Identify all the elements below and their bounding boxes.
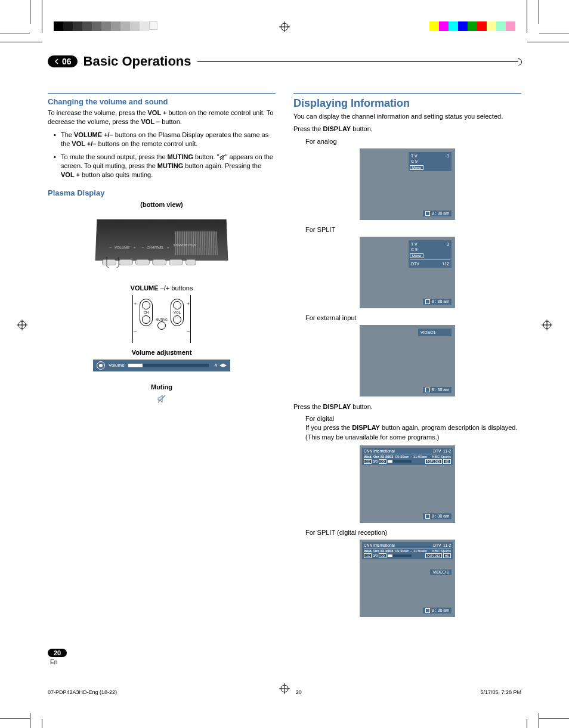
- press-display-2: Press the DISPLAY button.: [293, 402, 521, 411]
- for-analog-label: For analog: [305, 138, 521, 145]
- volume-value: 4: [215, 363, 217, 368]
- volume-buttons-caption: VOLUME –/+ buttons: [90, 284, 233, 292]
- heading-plasma-display: Plasma Display: [48, 188, 276, 197]
- heading-changing-volume: Changing the volume and sound: [48, 97, 276, 106]
- digital-note: If you press the DISPLAY button again, p…: [305, 423, 521, 442]
- osd-split-digital: CNN International DTV 11-2 Wed, Oct 22 2…: [360, 540, 455, 617]
- clock-icon: [425, 388, 430, 392]
- osd-external: VIDEO1 8 : 30 am: [360, 325, 455, 396]
- doc-page: 20: [296, 689, 302, 695]
- doc-name: 07-PDP42A3HD-Eng (18-22): [48, 689, 117, 695]
- press-display-1: Press the DISPLAY button.: [293, 125, 521, 134]
- clock-icon: [425, 211, 430, 216]
- left-column: Changing the volume and sound To increas…: [48, 87, 276, 623]
- svg-line-4: [158, 395, 165, 402]
- for-external-label: For external input: [305, 314, 521, 321]
- volume-osd-bar: Volume 4 ◀▶: [93, 360, 230, 371]
- registration-mark-top: [279, 21, 290, 32]
- chevron-left-icon: [54, 58, 60, 64]
- clock-icon: [425, 299, 430, 304]
- plasma-display-illustration: – VOLUME + – CHANNEL + STANDBY/ON VOLUME…: [90, 212, 233, 289]
- mute-icon-inline: [219, 154, 225, 160]
- ch-rocker: CH: [140, 299, 153, 326]
- page-footer: 20 En: [48, 647, 521, 665]
- for-split-label: For SPLIT: [305, 226, 521, 233]
- arrows-icon: ◀▶: [219, 363, 227, 368]
- registration-mark-bottom: [279, 683, 290, 694]
- vol-rocker: VOL: [171, 299, 184, 326]
- right-column: Displaying Information You can display t…: [293, 87, 521, 623]
- volume-label: Volume: [109, 363, 125, 368]
- bullet-muting: To mute the sound output, press the MUTI…: [54, 153, 276, 180]
- registration-mark-right: [542, 320, 552, 330]
- display-info-intro: You can display the channel information …: [293, 112, 521, 121]
- muting-button-illus: MUTING: [155, 318, 168, 330]
- volume-bullets: The VOLUME +/– buttons on the Plasma Dis…: [54, 131, 276, 180]
- chapter-number: 06: [62, 57, 72, 66]
- doc-timestamp: 5/17/05, 7:28 PM: [480, 689, 521, 695]
- crop-marks-top: [0, 0, 569, 48]
- remote-cluster-illustration: CH VOL MUTING + – + –: [129, 295, 194, 343]
- osd-split: T V3 C 9 Mono DTV112 8 : 30 am: [360, 237, 455, 308]
- osd-digital: CNN International DTV 11-2 Wed, Oct 22 2…: [360, 445, 455, 523]
- bottom-view-label: (bottom view): [48, 201, 276, 208]
- registration-mark-left: [17, 320, 27, 330]
- mute-icon: [157, 394, 166, 404]
- chapter-header: 06 Basic Operations: [48, 54, 521, 69]
- for-digital-label: For digital: [305, 415, 521, 422]
- crop-marks-bottom: [0, 701, 569, 728]
- chapter-number-pill: 06: [48, 55, 78, 67]
- heading-volume-adjustment: Volume adjustment: [48, 349, 276, 356]
- clock-icon: [425, 514, 430, 519]
- chapter-title: Basic Operations: [84, 54, 191, 69]
- heading-displaying-information: Displaying Information: [293, 97, 521, 110]
- power-icon: [97, 361, 105, 370]
- clock-icon: [425, 608, 430, 613]
- heading-muting: Muting: [48, 383, 276, 391]
- osd-analog: T V3 C 9 Mono 8 : 30 am: [360, 148, 455, 220]
- for-split-digital-label: For SPLIT (digital reception): [305, 529, 521, 536]
- language-label: En: [50, 659, 521, 665]
- callout-arrow-icon: [104, 256, 122, 268]
- volume-instructions: To increase the volume, press the VOL + …: [48, 109, 276, 127]
- bullet-volume-buttons: The VOLUME +/– buttons on the Plasma Dis…: [54, 131, 276, 149]
- color-bars-color: [429, 21, 515, 31]
- video1-sublabel: VIDEO 1: [430, 569, 452, 575]
- color-bars-bw: [54, 21, 157, 31]
- page-number: 20: [48, 649, 67, 657]
